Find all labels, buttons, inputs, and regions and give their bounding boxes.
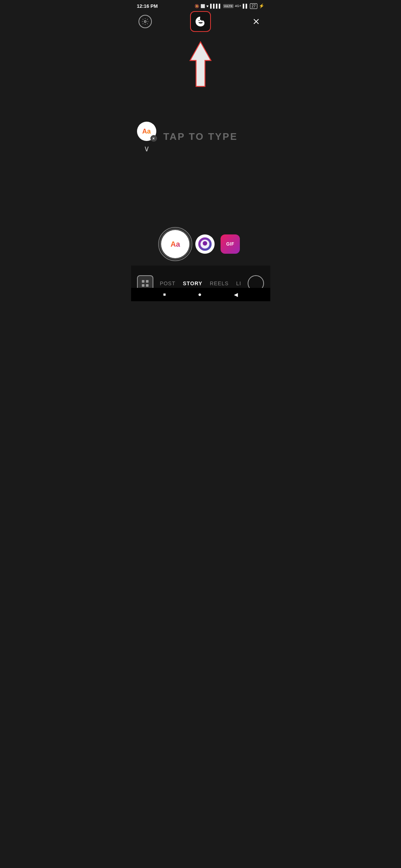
font-selector[interactable]: Aa × ∨: [137, 122, 156, 154]
nav-tabs: POST STORY REELS LI: [160, 280, 241, 286]
gif-label: GIF: [226, 241, 234, 247]
tab-post[interactable]: POST: [160, 280, 175, 286]
home-button[interactable]: ●: [198, 291, 202, 298]
top-bar: [131, 10, 270, 33]
svg-marker-1: [190, 42, 211, 86]
close-button[interactable]: [250, 15, 263, 28]
avatar-button[interactable]: [195, 234, 215, 254]
bottom-toolbar: Aa GIF: [131, 224, 270, 264]
up-arrow-icon: [189, 40, 212, 88]
battery-icon: 27: [250, 3, 257, 9]
volte-label: VoLTE: [223, 4, 233, 8]
signal2-icon: ▌▌: [243, 4, 249, 8]
chevron-down-icon[interactable]: ∨: [144, 144, 150, 154]
status-time: 12:16 PM: [137, 3, 158, 9]
svg-rect-3: [142, 284, 144, 287]
font-close-icon: ×: [153, 137, 155, 141]
svg-point-0: [144, 21, 146, 23]
tab-live[interactable]: LI: [236, 280, 241, 286]
svg-rect-4: [146, 280, 149, 283]
signal-icon: ▌▌▌▌: [210, 4, 222, 8]
notif-silent-icon: 🔕: [195, 4, 199, 8]
sim-icon: ⬜: [200, 4, 205, 8]
create-text-label: Aa: [170, 240, 180, 249]
arrow-area: [131, 33, 270, 92]
4g-label: 4G+: [235, 4, 241, 8]
svg-rect-2: [142, 280, 144, 283]
tap-to-type-label[interactable]: TAP TO TYPE: [163, 131, 238, 142]
status-icons: 🔕 ⬜ ♥ ▌▌▌▌ VoLTE 4G+ ▌▌ 27 ⚡: [195, 3, 264, 9]
back-button[interactable]: ◀: [234, 292, 238, 297]
tab-story[interactable]: STORY: [183, 280, 202, 286]
status-bar: 12:16 PM 🔕 ⬜ ♥ ▌▌▌▌ VoLTE 4G+ ▌▌ 27 ⚡: [131, 0, 270, 10]
svg-rect-5: [146, 284, 149, 287]
font-remove-badge[interactable]: ×: [150, 135, 157, 142]
canvas-area[interactable]: TAP TO TYPE Aa × ∨: [131, 92, 270, 181]
charging-icon: ⚡: [259, 3, 264, 9]
font-picker-button[interactable]: Aa ×: [137, 122, 156, 141]
system-nav: ■ ● ◀: [131, 288, 270, 301]
avatar-icon: [198, 237, 212, 251]
sticker-button[interactable]: [190, 11, 211, 32]
font-aa-label: Aa: [142, 128, 151, 135]
gif-button[interactable]: GIF: [221, 234, 240, 254]
settings-button[interactable]: [138, 15, 152, 28]
stop-button[interactable]: ■: [163, 292, 166, 297]
health-icon: ♥: [206, 4, 209, 8]
create-text-button[interactable]: Aa: [161, 230, 189, 258]
tab-reels[interactable]: REELS: [210, 280, 229, 286]
